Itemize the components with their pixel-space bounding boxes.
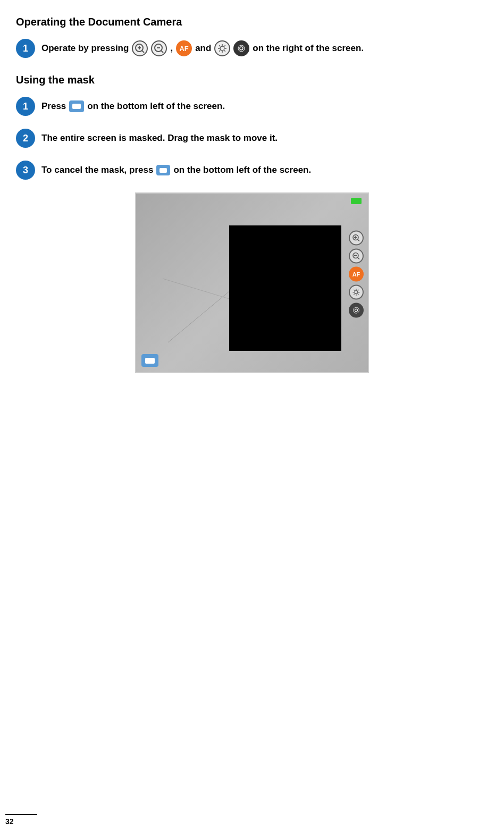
step1-circle: 1 [16,39,35,58]
screenshot-container: AF [16,192,488,373]
svg-point-36 [355,309,358,312]
step3-circle-mask: 3 [16,161,35,180]
mask-icon-1 [69,100,84,112]
svg-line-23 [358,240,359,241]
section2-title: Using the mask [16,74,488,86]
svg-point-27 [355,291,358,294]
mask-icon-2 [156,165,170,175]
cam-zoom-out-button[interactable] [349,249,364,264]
step1-text-before: Operate by pressing [41,43,129,54]
svg-line-13 [224,51,225,52]
comma: , [170,43,173,54]
step1-circle-mask: 1 [16,97,35,116]
svg-point-16 [240,47,243,50]
section2-step2-text: The entire screen is masked. Drag the ma… [41,133,278,144]
section2-step3-text: To cancel the mask, press on the bottom … [41,165,311,175]
svg-point-7 [220,46,224,51]
screenshot: AF [135,192,369,373]
step3-mask-after: on the bottom left of the screen. [173,165,311,175]
section1-title: Operating the Document Camera [16,16,488,28]
cam-settings-button[interactable] [349,303,364,318]
page-number: 32 [5,817,14,826]
step1-mask-before: Press [41,101,66,112]
cam-mask-button[interactable] [141,354,158,367]
svg-line-6 [161,51,163,53]
svg-line-12 [220,45,221,46]
cam-zoom-in-button[interactable] [349,231,364,246]
cam-brightness-button[interactable] [349,285,364,300]
brightness-icon [214,40,230,56]
svg-line-33 [358,294,359,295]
section2-step1-text: Press on the bottom left of the screen. [41,100,225,112]
section2-step3: 3 To cancel the mask, press on the botto… [16,161,488,180]
svg-line-15 [220,51,221,52]
step1-text-after: on the right of the screen. [253,43,364,54]
section1-step1-text: Operate by pressing [41,40,364,56]
page-footer: 32 [5,814,37,826]
zoom-out-icon [151,40,167,56]
svg-line-3 [142,51,144,53]
svg-line-26 [358,258,359,259]
af-icon: AF [176,40,192,56]
section1-step1: 1 Operate by pressing [16,39,488,58]
svg-line-32 [354,290,355,291]
svg-line-34 [358,290,359,291]
svg-point-37 [354,307,359,313]
step3-mask-before: To cancel the mask, press [41,165,153,175]
svg-line-35 [354,294,355,295]
settings-icon [233,40,249,56]
svg-line-14 [224,45,225,46]
step1-mask-after: on the bottom left of the screen. [87,101,225,112]
section2-step1: 1 Press on the bottom left of the screen… [16,97,488,116]
section2-step2: 2 The entire screen is masked. Drag the … [16,129,488,148]
cam-af-button[interactable]: AF [349,267,364,282]
step1-text-and: and [195,43,211,54]
step2-circle-mask: 2 [16,129,35,148]
mask-overlay [229,225,341,351]
camera-buttons: AF [349,231,364,318]
svg-point-17 [238,45,245,52]
zoom-in-icon [132,40,148,56]
green-indicator [351,198,362,204]
